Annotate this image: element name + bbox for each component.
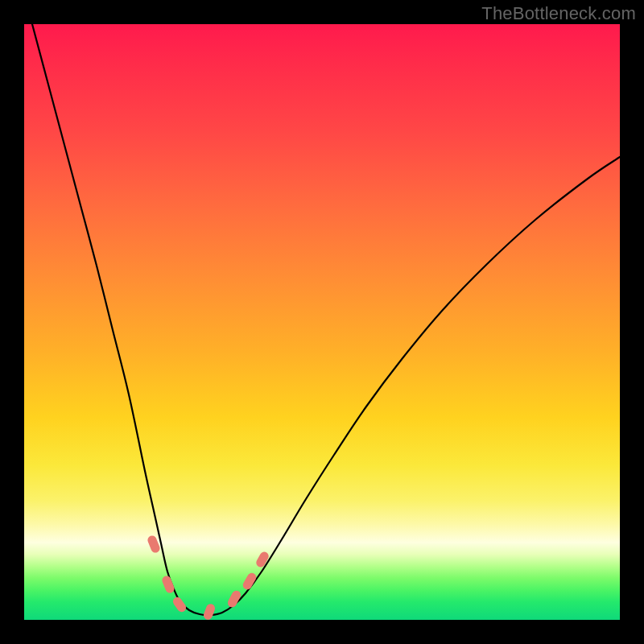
curve-marker [202,603,216,620]
chart-frame: TheBottleneck.com [0,0,644,644]
curve-layer [24,24,620,620]
plot-area [24,24,620,620]
curve-marker [161,575,175,595]
watermark-text: TheBottleneck.com [481,3,636,24]
bottleneck-curve [32,24,620,615]
curve-marker [254,551,270,569]
curve-marker [171,596,188,614]
curve-markers [147,535,270,620]
